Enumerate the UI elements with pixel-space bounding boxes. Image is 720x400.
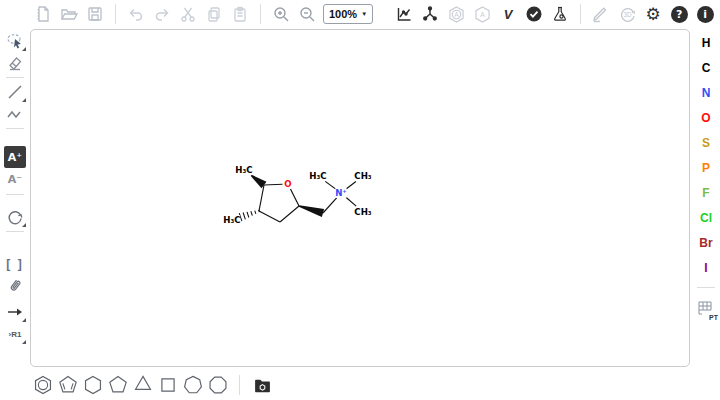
toolbar-divider (6, 194, 24, 195)
svg-text:A: A (480, 10, 485, 17)
clean-up-icon (421, 5, 439, 23)
molecule-structure[interactable]: OH₃CH₃CN⁺H₃CCH₃CH₃ (31, 30, 689, 366)
sgroup-bracket-tool[interactable]: [ ] (2, 253, 28, 275)
svg-text:N⁺: N⁺ (335, 188, 347, 198)
svg-text:3D: 3D (623, 11, 632, 18)
zoom-out-button[interactable] (294, 1, 320, 27)
select-lasso-tool[interactable] (2, 30, 28, 52)
left-toolbar: A⁺ A⁻ [ ] ›R1 (0, 30, 30, 345)
template-library-icon (253, 376, 272, 395)
help-button[interactable]: ? (666, 1, 692, 27)
3d-viewer-button[interactable]: 3D (614, 1, 640, 27)
template-cyclopentane[interactable] (105, 372, 130, 398)
rgroup-tool[interactable]: ›R1 (2, 323, 28, 345)
flask-icon (551, 5, 569, 23)
charge-minus-tool[interactable]: A⁻ (2, 168, 28, 190)
new-document-icon (34, 5, 52, 23)
new-document-button[interactable] (30, 1, 56, 27)
dropdown-corner (22, 98, 26, 102)
transform-rotate-tool[interactable] (2, 206, 28, 228)
redo-button[interactable] (149, 1, 175, 27)
toolbar-divider (6, 231, 24, 232)
save-button[interactable] (82, 1, 108, 27)
element-button-I[interactable]: I (694, 255, 718, 280)
svg-text:H₃C: H₃C (235, 165, 252, 175)
open-button[interactable] (56, 1, 82, 27)
cut-scissors-icon (179, 5, 197, 23)
toolbar-divider (239, 375, 240, 395)
drawing-canvas[interactable]: OH₃CH₃CN⁺H₃CCH₃CH₃ (30, 29, 690, 367)
molecule-editor-window: 100% ▼ A A V (0, 0, 720, 400)
element-list: HCNOSPFClBrI (694, 30, 718, 280)
zoom-level-dropdown[interactable]: 100% ▼ (323, 4, 373, 24)
element-button-P[interactable]: P (694, 155, 718, 180)
cut-button[interactable] (175, 1, 201, 27)
charge-plus-tool[interactable]: A⁺ (2, 146, 28, 168)
template-cyclopentadiene[interactable] (55, 372, 80, 398)
clean-up-button[interactable] (417, 1, 443, 27)
toolbar-divider (6, 77, 24, 78)
attach-tool[interactable] (2, 275, 28, 297)
dropdown-corner (22, 223, 26, 227)
dearomatize-button[interactable]: A (469, 1, 495, 27)
element-button-S[interactable]: S (694, 130, 718, 155)
toolbar-divider (6, 128, 24, 129)
element-button-Br[interactable]: Br (694, 230, 718, 255)
element-button-Cl[interactable]: Cl (694, 205, 718, 230)
paste-button[interactable] (227, 1, 253, 27)
template-library-button[interactable] (249, 372, 275, 398)
template-list (30, 372, 230, 398)
template-cyclobutane[interactable] (155, 372, 180, 398)
undo-button[interactable] (123, 1, 149, 27)
calculate-cip-button[interactable]: V (495, 1, 521, 27)
template-cyclooctane[interactable] (205, 372, 230, 398)
svg-text:H₃C: H₃C (309, 171, 326, 181)
right-atom-toolbar: HCNOSPFClBrI PT (692, 30, 720, 321)
toolbar-divider (260, 4, 261, 24)
check-structure-icon (525, 5, 543, 23)
layout-icon (395, 5, 413, 23)
settings-button[interactable]: ⚙ (640, 1, 666, 27)
info-icon: i (697, 6, 714, 23)
element-button-C[interactable]: C (694, 55, 718, 80)
svg-text:H₃C: H₃C (223, 215, 240, 225)
about-button[interactable]: i (692, 1, 718, 27)
element-button-N[interactable]: N (694, 80, 718, 105)
element-button-O[interactable]: O (694, 105, 718, 130)
zoom-in-icon (272, 5, 290, 23)
toolbar-divider (115, 4, 116, 24)
zoom-in-button[interactable] (268, 1, 294, 27)
aromatize-button[interactable]: A (443, 1, 469, 27)
zoom-out-icon (298, 5, 316, 23)
single-bond-tool[interactable] (2, 81, 28, 103)
template-cyclohexane[interactable] (80, 372, 105, 398)
chain-tool[interactable] (2, 103, 28, 125)
element-button-H[interactable]: H (694, 30, 718, 55)
reaction-arrow-tool[interactable] (2, 301, 28, 323)
dropdown-corner (22, 47, 26, 51)
layout-button[interactable] (391, 1, 417, 27)
svg-text:CH₃: CH₃ (354, 207, 371, 217)
template-cyclopropane[interactable] (130, 372, 155, 398)
open-folder-icon (60, 5, 78, 23)
copy-button[interactable] (201, 1, 227, 27)
chain-icon (6, 105, 24, 123)
dropdown-corner (22, 340, 26, 344)
calculated-values-button[interactable] (547, 1, 573, 27)
periodic-table-button[interactable]: PT (693, 297, 719, 321)
eraser-icon (6, 54, 24, 72)
element-button-F[interactable]: F (694, 180, 718, 205)
check-structure-button[interactable] (521, 1, 547, 27)
save-icon (86, 5, 104, 23)
erase-tool[interactable] (2, 52, 28, 74)
brackets-icon: [ ] (6, 257, 23, 271)
dearomatize-icon: A (473, 5, 492, 24)
top-toolbar: 100% ▼ A A V (30, 0, 718, 28)
dropdown-corner (22, 318, 26, 322)
recognize-button[interactable] (588, 1, 614, 27)
toolbar-divider (697, 287, 715, 288)
template-cycloheptane[interactable] (180, 372, 205, 398)
copy-icon (205, 5, 223, 23)
gear-icon: ⚙ (645, 6, 660, 23)
template-benzene[interactable] (30, 372, 55, 398)
